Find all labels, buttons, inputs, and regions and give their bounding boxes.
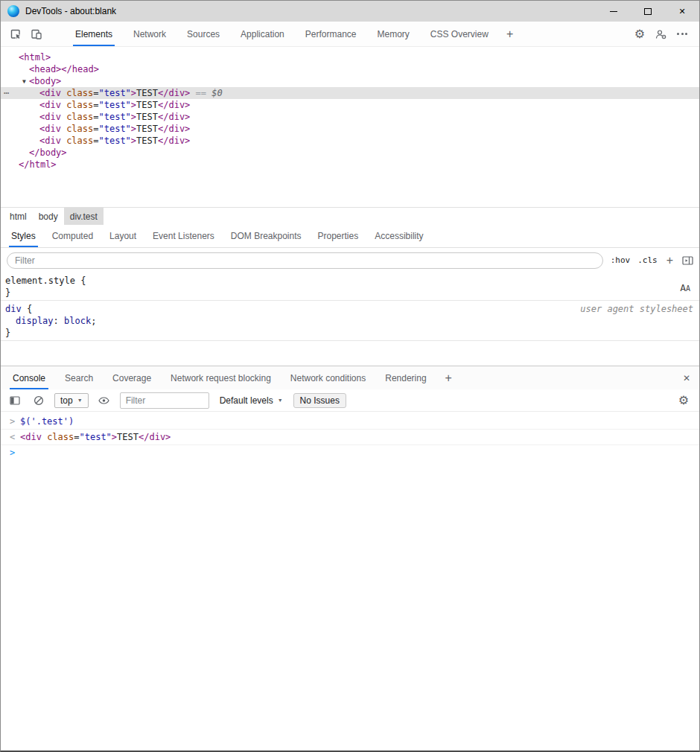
styles-tab-accessibility[interactable]: Accessibility (366, 225, 431, 247)
dom-tree-node[interactable]: ▼<body> (1, 75, 699, 87)
maximize-button[interactable] (631, 1, 665, 22)
styles-tab-dom-breakpoints[interactable]: DOM Breakpoints (223, 225, 310, 247)
minimize-icon (610, 11, 617, 12)
dom-tree-node[interactable]: <div class="test">TEST</div> (1, 111, 699, 123)
drawer-tab-network-conditions[interactable]: Network conditions (281, 366, 375, 389)
syntax-token: </div> (158, 112, 190, 122)
settings-gear-icon[interactable]: ⚙ (634, 28, 645, 40)
more-options-icon[interactable] (677, 33, 687, 35)
drawer-tab-coverage[interactable]: Coverage (103, 366, 161, 389)
tab-network[interactable]: Network (124, 22, 175, 46)
titlebar: DevTools - about:blank ✕ (1, 1, 699, 22)
font-size-icon[interactable]: AA (680, 283, 690, 293)
dom-tree-node[interactable]: <div class="test">TEST</div> (1, 123, 699, 135)
close-drawer-button[interactable]: ✕ (674, 366, 699, 389)
devtools-toolbar: ElementsNetworkSourcesApplicationPerform… (1, 22, 699, 47)
user-agent-style-rule[interactable]: user agent stylesheetdiv { display: bloc… (1, 301, 699, 341)
console-prompt[interactable]: > (1, 445, 699, 460)
styles-tab-properties[interactable]: Properties (310, 225, 367, 247)
css-property-value[interactable]: block (64, 316, 91, 326)
syntax-token: = (93, 124, 98, 134)
console-settings-gear-icon[interactable]: ⚙ (678, 395, 689, 407)
selector-text[interactable]: div (5, 304, 22, 314)
new-style-rule-button[interactable]: + (665, 254, 675, 267)
console-command[interactable]: >$('.test') (1, 414, 699, 430)
breadcrumb-body[interactable]: body (33, 208, 64, 225)
execution-context-select[interactable]: top ▼ (54, 393, 89, 408)
syntax-token: TEST (117, 432, 139, 442)
syntax-token: <head> (29, 64, 61, 74)
console-filter-input[interactable] (120, 392, 209, 409)
console-result[interactable]: <<div class="test">TEST</div> (1, 430, 699, 445)
syntax-token: = (93, 112, 98, 122)
styles-tab-computed[interactable]: Computed (44, 225, 101, 247)
syntax-token: </html> (19, 159, 57, 170)
styles-filter-input[interactable] (7, 252, 603, 269)
minimize-button[interactable] (596, 1, 631, 22)
more-panels-button[interactable]: + (499, 28, 521, 41)
inspect-element-icon[interactable] (5, 24, 26, 45)
more-drawer-tabs-button[interactable]: + (436, 366, 461, 389)
syntax-token: <div (39, 112, 61, 122)
tab-memory[interactable]: Memory (369, 22, 419, 46)
dom-tree-node[interactable]: </body> (1, 147, 699, 159)
dom-tree-node[interactable]: <div class="test">TEST</div> (1, 99, 699, 111)
tab-css-overview[interactable]: CSS Overview (421, 22, 497, 46)
tab-performance[interactable]: Performance (296, 22, 366, 46)
log-levels-select[interactable]: Default levels ▼ (217, 395, 286, 406)
toolbar-right-icons: ⚙ (634, 28, 695, 40)
dom-tree-node[interactable]: <head></head> (1, 63, 699, 75)
syntax-token: class (66, 100, 93, 110)
styles-tab-event-listeners[interactable]: Event Listeners (144, 225, 223, 247)
feedback-icon[interactable] (655, 29, 666, 39)
tab-application[interactable]: Application (232, 22, 293, 46)
toggle-hover-state-button[interactable]: :hov (611, 255, 631, 265)
console-chevron-icon: > (10, 414, 15, 429)
breadcrumb-html[interactable]: html (4, 208, 33, 225)
syntax-token: "test" (99, 136, 131, 146)
clear-console-icon[interactable] (31, 392, 47, 409)
syntax-token: </div> (158, 100, 190, 110)
breadcrumb-div-test[interactable]: div.test (64, 208, 104, 225)
drawer-tab-rendering[interactable]: Rendering (375, 366, 436, 389)
issues-badge[interactable]: No Issues (293, 393, 346, 408)
open-brace: { (75, 275, 86, 286)
element-style-rule[interactable]: element.style { } AA (1, 273, 699, 301)
device-toolbar-icon[interactable] (26, 24, 47, 45)
sidebar-toggle-icon[interactable] (682, 256, 693, 265)
eye-icon[interactable] (96, 392, 112, 409)
styles-tab-styles[interactable]: Styles (3, 225, 44, 247)
console-sidebar-icon[interactable] (7, 392, 23, 409)
breadcrumb: htmlbodydiv.test (1, 207, 699, 225)
css-property-name[interactable]: display (16, 316, 54, 326)
dom-tree-node[interactable]: <div class="test">TEST</div> (1, 135, 699, 147)
syntax-token: </div> (139, 432, 171, 442)
tab-sources[interactable]: Sources (178, 22, 229, 46)
maximize-icon (644, 8, 652, 15)
console-settings-area: ⚙ (678, 395, 693, 407)
syntax-token: "test" (99, 112, 131, 122)
dom-tree-node[interactable]: </html> (1, 159, 699, 171)
toggle-class-button[interactable]: .cls (637, 255, 658, 265)
syntax-token: > (131, 136, 136, 146)
expand-arrow-icon[interactable]: ▼ (19, 76, 29, 88)
drawer-tab-network-request-blocking[interactable]: Network request blocking (161, 366, 281, 389)
node-menu-icon[interactable]: ⋯ (4, 87, 10, 99)
dom-tree-node[interactable]: ⋯<div class="test">TEST</div> == $0 (1, 87, 699, 99)
drawer-tab-search[interactable]: Search (55, 366, 103, 389)
close-button[interactable]: ✕ (665, 1, 699, 22)
dom-tree-node[interactable]: <html> (1, 51, 699, 63)
syntax-token: = (93, 136, 98, 146)
styles-empty-space (1, 341, 699, 366)
tab-elements[interactable]: Elements (66, 22, 121, 46)
styles-tab-layout[interactable]: Layout (101, 225, 144, 247)
syntax-token: > (131, 124, 136, 134)
css-declaration[interactable]: display: block; (5, 315, 695, 327)
element-style-selector[interactable]: element.style { (5, 275, 695, 287)
syntax-token: TEST (136, 112, 158, 122)
drawer-tab-console[interactable]: Console (3, 366, 55, 389)
close-icon: ✕ (678, 7, 685, 16)
syntax-token: <div (39, 124, 61, 134)
edge-logo-icon (7, 5, 19, 17)
panel-tabs: ElementsNetworkSourcesApplicationPerform… (65, 22, 499, 46)
